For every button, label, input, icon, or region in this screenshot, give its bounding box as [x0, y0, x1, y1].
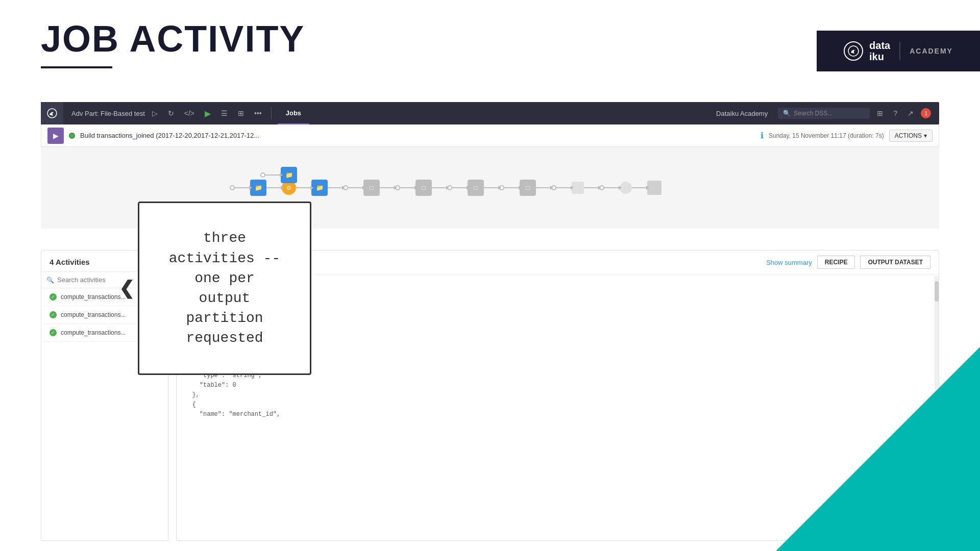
- svg-marker-2: [776, 347, 980, 551]
- nav-apps-icon[interactable]: ⊞: [874, 107, 886, 119]
- flow-node-grey-4: □: [520, 180, 536, 196]
- flow-connector-14: [556, 187, 572, 188]
- nav-project-name[interactable]: Adv Part: File-Based test: [71, 110, 145, 117]
- flow-diagram: 📁 📁 ⚙ 📁 □ □ □ □: [230, 180, 662, 196]
- flow-dot-2: [230, 185, 235, 190]
- flow-node-dataset-3[interactable]: 📁: [311, 180, 328, 196]
- nav-bar: Adv Part: File-Based test ▷ ↻ </> ▶ ☰ ⊞ …: [41, 102, 939, 124]
- flow-connector-16: [604, 187, 620, 188]
- activities-search-icon: 🔍: [46, 277, 54, 284]
- flow-connector-11: [484, 187, 499, 188]
- flow-connector-9: [432, 187, 447, 188]
- nav-user-avatar[interactable]: 1: [921, 108, 931, 118]
- nav-icon-play[interactable]: ▶: [202, 109, 214, 118]
- nav-icon-grid[interactable]: ⊞: [235, 107, 247, 119]
- flow-connector-6: [348, 187, 363, 188]
- flow-node-grey-7: [647, 181, 662, 195]
- flow-connector-4: [296, 187, 311, 188]
- callout-text: threeactivities --one peroutputpartition…: [150, 228, 300, 348]
- page-title: JOB ACTIVITY: [41, 20, 305, 57]
- flow-branch-top: 📁: [260, 167, 297, 183]
- flow-connector-5: [328, 187, 343, 188]
- flow-connector-13: [536, 187, 551, 188]
- recipe-button[interactable]: RECIPE: [817, 256, 855, 269]
- nav-search-box[interactable]: 🔍 Search DSS...: [778, 108, 870, 119]
- logo-divider: [899, 42, 900, 60]
- actions-button[interactable]: ACTIONS ▾: [889, 130, 933, 142]
- nav-separator: [271, 107, 272, 119]
- actions-label: ACTIONS: [895, 132, 922, 139]
- flow-node-dataset-1[interactable]: 📁: [281, 167, 297, 183]
- nav-search-placeholder: Search DSS...: [794, 110, 832, 117]
- page-title-area: JOB ACTIVITY: [41, 20, 305, 68]
- activity-name-2: compute_transactions...: [61, 311, 126, 318]
- flow-node-dot-1: [260, 172, 265, 178]
- flow-node-grey-2: □: [415, 180, 432, 196]
- nav-right: Dataiku Academy 🔍 Search DSS... ⊞ ? ↗ 1: [702, 107, 939, 119]
- flow-connector-8: [400, 187, 415, 188]
- job-bar: ▶ Build transactions_joined (2017-12-20,…: [41, 124, 939, 147]
- job-play-icon: ▶: [53, 132, 59, 140]
- logo-dataiku: dataiku: [869, 40, 890, 62]
- nav-icon-run[interactable]: ▷: [149, 107, 161, 119]
- activity-name-1: compute_transactions...: [61, 293, 126, 300]
- nav-icon-code[interactable]: </>: [181, 107, 198, 119]
- nav-icon-refresh[interactable]: ↻: [165, 107, 177, 119]
- nav-help-icon[interactable]: ?: [890, 107, 900, 119]
- flow-connector-17: [632, 187, 647, 188]
- flow-connector-7: [380, 187, 395, 188]
- flow-connector-2: [235, 187, 250, 188]
- job-info-icon[interactable]: ℹ: [761, 131, 764, 140]
- activity-name-3: compute_transactions...: [61, 329, 126, 336]
- job-timestamp: Sunday, 15 November 11:17 (duration: 7s): [769, 132, 884, 139]
- job-play-button[interactable]: ▶: [47, 128, 64, 144]
- nav-breadcrumb: Adv Part: File-Based test ▷ ↻ </> ▶ ☰ ⊞ …: [63, 102, 702, 124]
- flow-connector-10: [452, 187, 468, 188]
- scrollbar-thumb[interactable]: [935, 281, 939, 302]
- callout-box: ❮ threeactivities --one peroutputpartiti…: [138, 202, 311, 375]
- teal-decoration: [776, 347, 980, 551]
- activity-status-1: [50, 293, 57, 300]
- flow-connector-1: [265, 174, 281, 176]
- callout-arrow-icon: ❮: [119, 278, 134, 299]
- output-dataset-button[interactable]: OUTPUT DATASET: [860, 256, 930, 269]
- title-underline: [41, 66, 112, 68]
- nav-brand-icon[interactable]: [41, 102, 63, 124]
- flow-connector-15: [584, 187, 599, 188]
- activity-status-3: [50, 329, 57, 336]
- nav-analytics-icon[interactable]: ↗: [904, 107, 917, 119]
- logo-academy: ACADEMY: [910, 47, 953, 55]
- show-summary-link[interactable]: Show summary: [766, 259, 812, 266]
- flow-connector-12: [504, 187, 520, 188]
- nav-workspace[interactable]: Dataiku Academy: [710, 108, 774, 119]
- nav-icon-table[interactable]: ☰: [218, 107, 231, 119]
- nav-jobs-tab[interactable]: Jobs: [278, 102, 309, 124]
- activity-status-2: [50, 311, 57, 318]
- logo-bird-icon: [844, 41, 863, 61]
- flow-node-grey-3: □: [468, 180, 484, 196]
- job-status-dot: [69, 133, 75, 139]
- actions-caret-icon: ▾: [924, 132, 927, 139]
- flow-connector-3: [266, 187, 282, 188]
- job-title: Build transactions_joined (2017-12-20,20…: [80, 132, 755, 139]
- flow-node-grey-1: □: [363, 180, 380, 196]
- nav-icon-more[interactable]: •••: [251, 107, 265, 119]
- logo-area: dataiku ACADEMY: [817, 31, 980, 71]
- nav-search-icon: 🔍: [783, 110, 791, 117]
